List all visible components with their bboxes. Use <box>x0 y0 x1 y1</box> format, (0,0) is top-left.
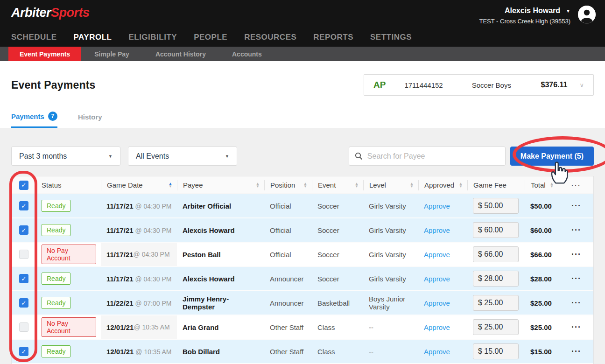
row-menu-icon[interactable]: ··· <box>558 322 593 332</box>
column-header-payee[interactable]: Payee▲▼ <box>177 180 264 190</box>
tab-history[interactable]: History <box>78 112 102 128</box>
nav-item-people[interactable]: PEOPLE <box>194 33 227 42</box>
subnav-item-simple-pay[interactable]: Simple Pay <box>81 47 142 61</box>
event-cell: Basketball <box>312 299 363 307</box>
pay-account-selector[interactable]: AP 1711444152 Soccer Boys $376.11 ∨ <box>364 74 594 96</box>
game-fee-input[interactable] <box>473 343 519 359</box>
game-fee-input[interactable] <box>473 271 519 287</box>
position-cell: Other Staff <box>264 348 312 356</box>
game-fee-cell <box>467 246 525 262</box>
user-avatar[interactable] <box>578 6 596 23</box>
logo-arbiter: Arbiter <box>11 6 51 20</box>
nav-item-resources[interactable]: RESOURCES <box>244 33 296 42</box>
date-range-value: Past 3 months <box>19 152 67 161</box>
approve-link[interactable]: Approve <box>424 299 450 307</box>
sort-arrows-icon: ▲▼ <box>169 182 172 188</box>
game-fee-input[interactable] <box>473 295 519 311</box>
make-payment-button[interactable]: Make Payment (5) <box>510 147 594 166</box>
nav-item-schedule[interactable]: SCHEDULE <box>11 33 57 42</box>
payments-history-tabs: Payments7History <box>11 112 594 128</box>
row-menu-icon[interactable]: ··· <box>558 225 593 235</box>
total-cell: $15.00 <box>525 348 558 356</box>
payee-cell: Alexcis Howard <box>177 275 264 283</box>
row-checkbox[interactable] <box>19 250 28 259</box>
status-badge: Ready <box>42 224 70 236</box>
game-fee-input[interactable] <box>473 222 519 238</box>
column-header-position[interactable]: Position▲▼ <box>264 180 312 190</box>
column-header-game-fee[interactable]: Game Fee <box>467 180 525 190</box>
row-checkbox-cell <box>12 322 36 332</box>
row-checkbox[interactable]: ✓ <box>19 274 28 283</box>
game-fee-input[interactable] <box>473 198 519 214</box>
table-row: ✓Ready11/17/21 @ 04:30 PMArbiter Officia… <box>12 194 593 218</box>
date-range-dropdown[interactable]: Past 3 months ▼ <box>11 147 120 166</box>
select-all-checkbox[interactable]: ✓ <box>19 181 28 190</box>
sort-down-icon: ▼ <box>550 185 554 188</box>
approve-link[interactable]: Approve <box>424 226 450 234</box>
position-cell: Official <box>264 202 312 210</box>
row-checkbox-cell <box>12 250 36 259</box>
game-time: @ 07:00 PM <box>134 300 172 307</box>
column-header-game-date[interactable]: Game Date▲▼ <box>101 180 177 190</box>
event-cell: Class <box>312 323 363 331</box>
game-fee-input[interactable] <box>473 246 519 262</box>
level-cell: Girls Varsity <box>363 226 418 234</box>
event-cell: Soccer <box>312 202 363 210</box>
row-checkbox[interactable]: ✓ <box>19 298 28 308</box>
table-row: No Pay Account12/01/21 @ 10:35 AMAria Gr… <box>12 315 593 340</box>
game-fee-input[interactable] <box>473 319 519 335</box>
position-cell: Announcer <box>264 275 312 283</box>
level-cell: Boys Junior Varsity <box>363 295 418 311</box>
level-cell: Girls Varsity <box>363 275 418 283</box>
total-cell: $28.00 <box>525 275 558 283</box>
row-menu-icon[interactable]: ··· <box>558 250 593 259</box>
table-row: ✓Ready11/17/21 @ 04:30 PMAlexcis HowardA… <box>12 267 593 291</box>
row-menu-icon[interactable]: ··· <box>558 201 593 211</box>
row-checkbox[interactable]: ✓ <box>19 201 28 210</box>
row-checkbox[interactable]: ✓ <box>19 225 28 235</box>
tab-payments[interactable]: Payments7 <box>11 112 57 128</box>
row-checkbox[interactable]: ✓ <box>19 347 28 356</box>
subnav-item-account-history[interactable]: Account History <box>142 47 219 61</box>
sort-arrows-icon: ▲▼ <box>410 182 414 188</box>
approve-link[interactable]: Approve <box>424 251 450 259</box>
column-header-approved[interactable]: Approved▲▼ <box>418 180 467 190</box>
row-checkbox[interactable] <box>19 322 28 332</box>
row-menu-icon[interactable]: ··· <box>558 298 593 308</box>
nav-item-settings[interactable]: SETTINGS <box>370 33 412 42</box>
user-menu[interactable]: Alexcis Howard ▼ <box>479 7 570 15</box>
account-number: 1711444152 <box>404 81 443 89</box>
status-badge: Ready <box>42 273 70 285</box>
approve-link[interactable]: Approve <box>424 202 450 210</box>
position-cell: Official <box>264 251 312 259</box>
column-header-event[interactable]: Event▲▼ <box>312 180 363 190</box>
row-menu-icon[interactable]: ··· <box>558 347 593 357</box>
status-cell: Ready <box>36 297 101 309</box>
page-header-band: Event Payments AP 1711444152 Soccer Boys… <box>0 61 605 128</box>
events-filter-dropdown[interactable]: All Events ▼ <box>128 147 237 166</box>
user-name: Alexcis Howard <box>505 7 560 15</box>
nav-item-payroll[interactable]: PAYROLL <box>74 33 112 42</box>
nav-item-eligibility[interactable]: ELIGIBILITY <box>128 33 177 42</box>
approve-link[interactable]: Approve <box>424 323 450 331</box>
top-header: ArbiterSports Alexcis Howard ▼ TEST - Cr… <box>0 0 605 47</box>
approved-cell: Approve <box>418 251 467 259</box>
column-header-menu-icon[interactable]: ··· <box>558 180 593 190</box>
subnav-item-accounts[interactable]: Accounts <box>219 47 275 61</box>
column-header-total[interactable]: Total▲▼ <box>525 180 558 190</box>
subnav-item-event-payments[interactable]: Event Payments <box>8 47 81 61</box>
table-body: ✓Ready11/17/21 @ 04:30 PMArbiter Officia… <box>12 194 593 364</box>
payments-table: ✓StatusGame Date▲▼Payee▲▼Position▲▼Event… <box>11 176 594 364</box>
approve-link[interactable]: Approve <box>424 275 450 283</box>
column-header-level[interactable]: Level▲▼ <box>363 180 418 190</box>
payee-search-input[interactable] <box>367 152 499 161</box>
column-header-status[interactable]: Status <box>36 180 101 190</box>
row-menu-icon[interactable]: ··· <box>558 274 593 284</box>
game-date: 11/22/21 <box>106 299 134 307</box>
nav-item-reports[interactable]: REPORTS <box>313 33 353 42</box>
arbitersports-logo[interactable]: ArbiterSports <box>11 6 90 20</box>
game-date: 11/17/21 <box>106 251 134 259</box>
status-cell: Ready <box>36 224 101 236</box>
status-badge: Ready <box>42 200 70 212</box>
approve-link[interactable]: Approve <box>424 348 450 356</box>
